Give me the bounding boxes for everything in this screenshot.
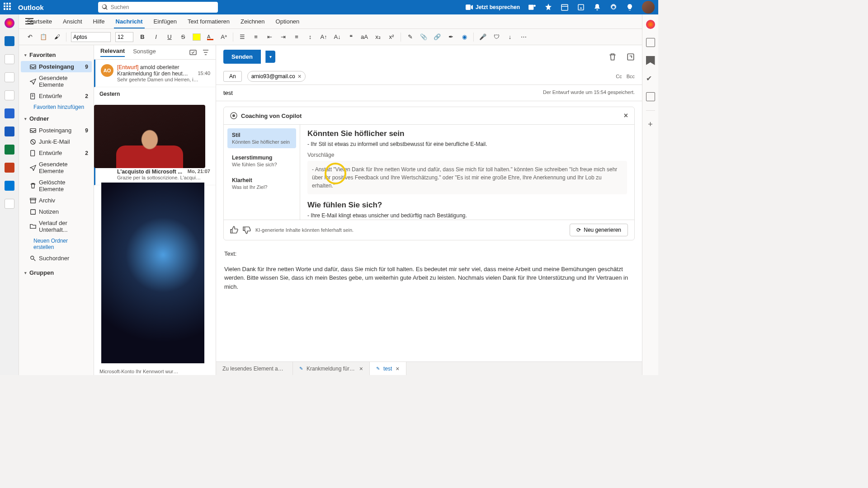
paste-button[interactable]: 📋: [39, 33, 48, 42]
tab-text-formatieren[interactable]: Text formatieren: [182, 14, 235, 28]
email-body[interactable]: Text: Vielen Dank für Ihre netten Worte …: [216, 244, 642, 296]
discard-icon[interactable]: [609, 53, 617, 61]
hamburger-icon[interactable]: [25, 18, 33, 24]
folder-entwuerfe[interactable]: Entwürfe2: [21, 147, 92, 159]
more-button[interactable]: ⋯: [519, 33, 528, 42]
align-button[interactable]: ≡: [292, 33, 301, 42]
folder-gesendete[interactable]: Gesendete Elemente: [21, 159, 92, 177]
thumbs-down-icon[interactable]: [243, 226, 251, 234]
calendar-app-icon[interactable]: [5, 54, 14, 64]
bcc-button[interactable]: Bcc: [627, 74, 635, 79]
search-input[interactable]: [111, 4, 214, 10]
close-copilot-icon[interactable]: ×: [624, 112, 628, 120]
word-app-icon[interactable]: [5, 127, 14, 136]
select-all-icon[interactable]: [189, 49, 197, 56]
app-launcher-icon[interactable]: [4, 3, 13, 12]
clear-format-button[interactable]: Aᵃ: [219, 33, 228, 42]
subject-input[interactable]: [223, 89, 543, 96]
cc-button[interactable]: Cc: [616, 74, 622, 79]
copilot-app-icon[interactable]: [5, 18, 14, 28]
dictate-button[interactable]: 🎤: [478, 33, 487, 42]
filter-icon[interactable]: [202, 49, 209, 56]
tab-optionen[interactable]: Optionen: [270, 14, 305, 28]
tab-krankmeldung[interactable]: ✎Krankmeldung für …×: [293, 362, 370, 375]
change-case-button[interactable]: aA: [360, 33, 369, 42]
numbering-button[interactable]: ≡: [251, 33, 260, 42]
new-folder-link[interactable]: Neuen Ordner erstellen: [21, 235, 92, 253]
settings-icon[interactable]: [609, 3, 618, 11]
tab-nachricht[interactable]: Nachricht: [110, 14, 148, 28]
line-spacing-button[interactable]: ↕: [306, 33, 315, 42]
todo-app-icon[interactable]: [5, 108, 14, 118]
tips-icon[interactable]: [626, 3, 634, 11]
underline-button[interactable]: U: [165, 33, 174, 42]
link-button[interactable]: 🔗: [433, 33, 442, 42]
undo-button[interactable]: ↶: [25, 33, 34, 42]
files-app-icon[interactable]: [5, 90, 14, 100]
tab-select-item[interactable]: Zu lesendes Element ausw…: [216, 362, 293, 375]
ordner-header[interactable]: Ordner: [21, 113, 92, 125]
tab-hilfe[interactable]: Hilfe: [88, 14, 110, 28]
premium-icon[interactable]: [544, 3, 552, 11]
mail-app-icon[interactable]: [5, 36, 14, 46]
tab-einfuegen[interactable]: Einfügen: [148, 14, 182, 28]
pivot-focused[interactable]: Relevant: [100, 47, 125, 57]
contact-side-icon[interactable]: [646, 92, 655, 101]
gruppen-header[interactable]: Gruppen: [21, 267, 92, 279]
bullets-button[interactable]: ☰: [238, 33, 247, 42]
user-avatar[interactable]: [642, 1, 655, 14]
folder-entwuerfe-fav[interactable]: Entwürfe 2: [21, 90, 92, 102]
tab-test[interactable]: ✎test×: [370, 362, 406, 375]
copilot-button[interactable]: ◉: [460, 33, 469, 42]
subscript-button[interactable]: x₂: [373, 33, 382, 42]
regenerate-button[interactable]: ⟳Neu generieren: [570, 224, 628, 236]
folder-gesendete-fav[interactable]: Gesendete Elemente: [21, 72, 92, 90]
add-side-icon[interactable]: +: [646, 120, 655, 129]
favorites-header[interactable]: Favoriten: [21, 49, 92, 61]
onedrive-app-icon[interactable]: [5, 181, 14, 191]
folder-verlauf[interactable]: Verlauf der Unterhalt...: [21, 217, 92, 235]
excel-app-icon[interactable]: [5, 145, 14, 155]
close-tab-icon[interactable]: ×: [396, 365, 399, 372]
message-item[interactable]: AO [Entwurf] arnold oberleiter Krankmeld…: [94, 60, 216, 87]
tab-zeichnen[interactable]: Zeichnen: [235, 14, 270, 28]
decrease-font-button[interactable]: A↓: [333, 33, 342, 42]
notifications-icon[interactable]: [593, 3, 601, 11]
folder-junk[interactable]: Junk-E-Mail: [21, 136, 92, 147]
font-family-select[interactable]: Aptos: [71, 32, 111, 42]
my-day-icon[interactable]: [577, 3, 585, 11]
send-button[interactable]: Senden: [223, 50, 261, 64]
thumbs-up-icon[interactable]: [230, 226, 238, 234]
sensitivity-button[interactable]: 🛡: [492, 33, 501, 42]
folder-suchordner[interactable]: Suchordner: [21, 253, 92, 264]
copilot-side-icon[interactable]: [646, 20, 655, 29]
format-painter-button[interactable]: 🖌: [52, 33, 61, 42]
remove-recipient-icon[interactable]: ×: [298, 73, 302, 80]
popout-icon[interactable]: [627, 53, 635, 61]
more-apps-icon[interactable]: [5, 199, 14, 209]
folder-archiv[interactable]: Archiv: [21, 195, 92, 206]
people-app-icon[interactable]: [5, 72, 14, 82]
indent-decrease-button[interactable]: ⇤: [265, 33, 274, 42]
check-side-icon[interactable]: ✔: [646, 74, 655, 83]
to-button[interactable]: An: [223, 71, 242, 82]
meet-now-button[interactable]: Jetzt besprechen: [466, 4, 520, 10]
powerpoint-app-icon[interactable]: [5, 163, 14, 173]
copilot-tab-leserstimmung[interactable]: LeserstimmungWie fühlen Sie sich?: [227, 151, 296, 171]
add-favorites-link[interactable]: Favoriten hinzufügen: [21, 102, 92, 113]
attach-button[interactable]: 📎: [419, 33, 428, 42]
folder-notizen[interactable]: Notizen: [21, 206, 92, 217]
quote-button[interactable]: ❝: [346, 33, 355, 42]
folder-deleted[interactable]: Gelöschte Elemente: [21, 177, 92, 195]
copilot-tab-klarheit[interactable]: KlarheitWas ist Ihr Ziel?: [227, 174, 296, 193]
superscript-button[interactable]: x²: [387, 33, 396, 42]
send-dropdown[interactable]: ▾: [265, 51, 275, 63]
copilot-content[interactable]: Könnten Sie höflicher sein - Ihr Stil is…: [300, 125, 634, 220]
pivot-other[interactable]: Sonstige: [133, 48, 156, 56]
teams-icon[interactable]: [528, 3, 536, 11]
italic-button[interactable]: I: [151, 33, 160, 42]
folder-posteingang[interactable]: Posteingang9: [21, 125, 92, 136]
copilot-tab-stil[interactable]: StilKönnten Sie höflicher sein: [227, 128, 296, 148]
font-size-select[interactable]: 12: [115, 32, 133, 42]
highlight-button[interactable]: [192, 33, 201, 42]
